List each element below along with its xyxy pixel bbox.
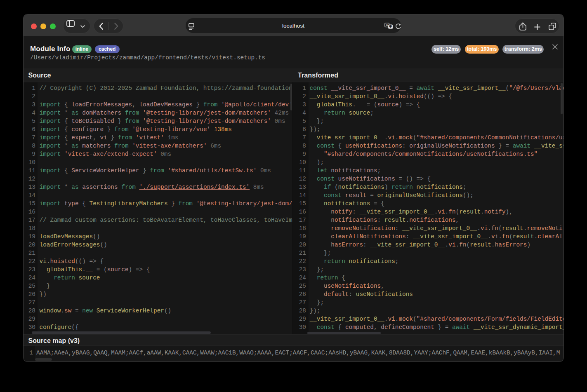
svg-text:A: A [386, 23, 388, 27]
svg-text:✱: ✱ [389, 24, 392, 28]
